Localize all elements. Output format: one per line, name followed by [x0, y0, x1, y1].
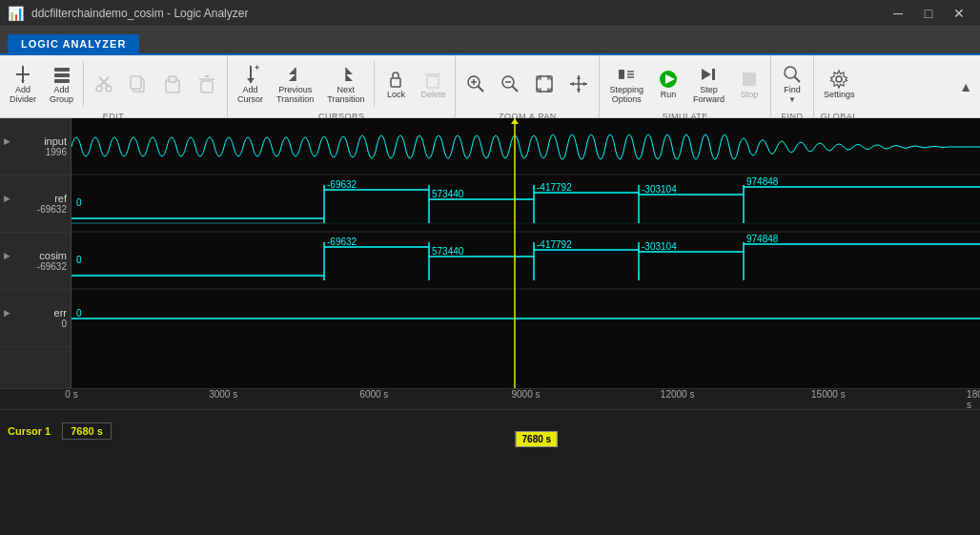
zoom-in-icon: [465, 73, 486, 94]
lock-button[interactable]: Lock: [378, 57, 413, 111]
svg-line-30: [479, 87, 484, 93]
zoom-in-button[interactable]: [459, 57, 492, 111]
minimize-button[interactable]: ─: [885, 0, 911, 27]
waveform-svg: 0 -69632 573440 -417792 -303104 974848: [71, 118, 980, 388]
timeline-inner: 0 s 3000 s 6000 s 9000 s 12000 s 15000 s…: [71, 389, 980, 410]
stop-icon: [739, 69, 760, 90]
cosim-seg-label-3: -417792: [537, 239, 572, 250]
signal-row-err: ▶ err 0: [0, 290, 71, 347]
svg-point-53: [836, 76, 842, 82]
cosim-seg-label-5: 974848: [746, 234, 779, 244]
app-icon: 📊: [8, 6, 24, 21]
toolbar-section-find: Find ▼ FIND: [771, 55, 814, 117]
next-transition-button[interactable]: NextTransition: [321, 57, 370, 111]
expand-input-icon[interactable]: ▶: [4, 136, 10, 146]
run-button[interactable]: Run: [651, 57, 685, 111]
svg-rect-12: [166, 80, 179, 93]
cursor-area: Cursor 1 7680 s 7680 s: [0, 409, 980, 452]
step-forward-button[interactable]: StepForward: [687, 57, 730, 111]
svg-rect-4: [54, 73, 70, 77]
add-divider-button[interactable]: + AddDivider: [4, 57, 42, 111]
cosim-seg-label-0: 0: [76, 255, 82, 265]
pan-button[interactable]: [562, 57, 595, 111]
zoom-out-button[interactable]: [494, 57, 526, 111]
svg-marker-37: [577, 75, 581, 79]
svg-point-8: [96, 86, 102, 92]
paste-icon: [162, 73, 183, 94]
run-icon: [658, 69, 679, 90]
svg-rect-50: [743, 72, 756, 86]
copy-button[interactable]: [122, 57, 154, 111]
titlebar-left: 📊 ddcfilterchaindemo_cosim - Logic Analy…: [8, 6, 248, 21]
fit-icon: [534, 73, 555, 94]
svg-line-7: [99, 77, 109, 87]
add-group-button[interactable]: AddGroup: [44, 57, 79, 111]
svg-marker-25: [346, 74, 353, 81]
add-cursor-icon: +: [240, 64, 261, 85]
logic-analyzer-tab[interactable]: LOGIC ANALYZER: [8, 34, 139, 53]
settings-icon: [828, 69, 849, 90]
find-icon: [782, 64, 803, 85]
signal-name-err: err: [54, 307, 67, 319]
svg-marker-47: [702, 69, 711, 80]
svg-rect-26: [391, 78, 400, 87]
svg-point-9: [106, 86, 112, 92]
titlebar-controls: ─ □ ✕: [885, 0, 972, 27]
pan-icon: [568, 73, 589, 94]
stop-button[interactable]: Stop: [732, 57, 766, 111]
ref-seg-label-0: 0: [76, 197, 82, 208]
waveform-area: ▶ input 1996 ▶ ref -69632 ▶ cosim -69: [0, 118, 980, 388]
toolbar-section-simulate: SteppingOptions Run StepForward: [600, 55, 771, 117]
svg-rect-27: [427, 76, 439, 88]
cursor-name-label: Cursor 1: [8, 425, 51, 437]
fit-button[interactable]: [528, 57, 561, 111]
signal-row-cosim: ▶ cosim -69632: [0, 233, 71, 290]
toolbar: + AddDivider AddGroup: [0, 55, 980, 118]
window-title: ddcfilterchaindemo_cosim - Logic Analyze…: [31, 7, 248, 20]
prev-transition-icon: [285, 64, 306, 85]
find-button[interactable]: Find ▼: [775, 57, 809, 111]
svg-rect-11: [131, 76, 141, 89]
cursors-sep1: [374, 61, 375, 107]
svg-marker-40: [583, 82, 587, 86]
prev-transition-button[interactable]: PreviousTransition: [271, 57, 319, 111]
tick-18000s: 18000 s: [967, 389, 980, 410]
close-button[interactable]: ✕: [946, 0, 972, 27]
toolbar-section-edit: + AddDivider AddGroup: [0, 55, 228, 117]
waveform-canvas[interactable]: 0 -69632 573440 -417792 -303104 974848: [71, 118, 980, 388]
paste-button[interactable]: [156, 57, 189, 111]
expand-ref-icon[interactable]: ▶: [4, 194, 10, 203]
expand-err-icon[interactable]: ▶: [4, 308, 10, 318]
stepping-options-icon: [616, 64, 637, 85]
toolbar-collapse[interactable]: ▲: [959, 55, 980, 117]
step-forward-icon: [698, 64, 719, 85]
add-cursor-button[interactable]: + AddCursor: [232, 57, 269, 111]
tab-bar: LOGIC ANALYZER: [0, 27, 980, 55]
svg-rect-13: [169, 76, 176, 82]
svg-line-52: [794, 76, 800, 82]
copy-icon: [128, 73, 149, 94]
settings-button[interactable]: Settings: [818, 57, 861, 111]
signal-value-input: 1996: [4, 147, 67, 157]
delete-button[interactable]: [191, 57, 223, 111]
title-bar: 📊 ddcfilterchaindemo_cosim - Logic Analy…: [0, 0, 980, 27]
main-body: ▶ input 1996 ▶ ref -69632 ▶ cosim -69: [0, 118, 980, 452]
svg-marker-39: [570, 82, 574, 86]
svg-rect-41: [619, 70, 624, 79]
cut-button[interactable]: [88, 57, 120, 111]
svg-rect-10: [133, 79, 144, 92]
delete-cursor-button[interactable]: Delete: [415, 57, 451, 111]
signal-value-err: 0: [4, 319, 67, 329]
cosim-seg-label-4: -303104: [642, 241, 677, 252]
expand-cosim-icon[interactable]: ▶: [4, 251, 10, 260]
toolbar-section-global: Settings GLOBAL: [814, 55, 865, 117]
svg-rect-5: [54, 79, 70, 83]
label-panel-empty: [0, 347, 71, 388]
signal-row-ref: ▶ ref -69632: [0, 175, 71, 233]
ref-seg-label-5: 974848: [746, 176, 779, 187]
timeline: 0 s 3000 s 6000 s 9000 s 12000 s 15000 s…: [0, 388, 980, 409]
toolbar-section-cursors: + AddCursor PreviousTransition NextTr: [228, 55, 456, 117]
stepping-options-button[interactable]: SteppingOptions: [603, 57, 649, 111]
maximize-button[interactable]: □: [915, 0, 942, 27]
collapse-icon: ▲: [959, 79, 972, 94]
